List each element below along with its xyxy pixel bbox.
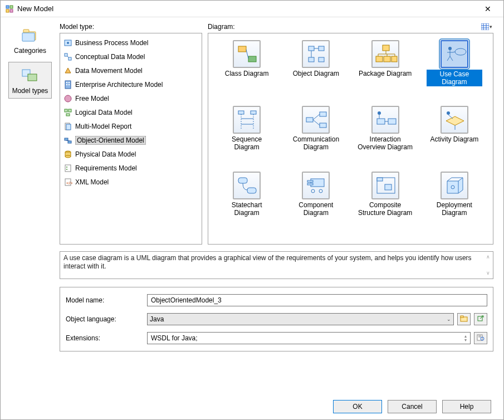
- diagram-label: Class Diagram: [225, 70, 269, 77]
- svg-rect-65: [238, 111, 244, 114]
- model-icon: [63, 108, 72, 117]
- nav-categories[interactable]: Categories: [8, 22, 52, 58]
- diagram-label: Statechart Diagram: [219, 201, 275, 217]
- svg-rect-71: [306, 118, 313, 122]
- right-panel: Model type: Business Process ModelConcep…: [60, 17, 503, 393]
- svg-rect-85: [247, 188, 256, 193]
- svg-rect-36: [481, 23, 489, 30]
- model-type-item[interactable]: </>XML Model: [62, 175, 199, 189]
- model-icon: [63, 136, 72, 145]
- diagram-item[interactable]: Activity Diagram: [422, 104, 487, 166]
- model-type-item[interactable]: Multi-Model Report: [62, 119, 199, 133]
- svg-line-62: [450, 56, 453, 61]
- view-mode-button[interactable]: ▾: [480, 22, 493, 32]
- svg-rect-15: [66, 82, 67, 83]
- close-button[interactable]: ✕: [477, 1, 499, 17]
- svg-rect-12: [68, 57, 71, 60]
- svg-rect-20: [65, 109, 67, 112]
- diagram-label: Component Diagram: [288, 201, 344, 217]
- svg-rect-86: [311, 179, 324, 187]
- svg-point-30: [65, 155, 71, 158]
- diagram-label: Package Diagram: [359, 70, 412, 77]
- dialog-body: Categories Model types Model type: Busin…: [1, 17, 503, 393]
- diagram-item[interactable]: Object Diagram: [283, 38, 349, 100]
- model-type-item[interactable]: Logical Data Model: [62, 105, 199, 119]
- diagram-icon: [302, 106, 330, 134]
- browse-language-button[interactable]: [457, 313, 471, 325]
- diagram-item[interactable]: Sequence Diagram: [214, 104, 280, 166]
- extensions-input[interactable]: WSDL for Java; ▴▾: [147, 332, 471, 344]
- row-object-language: Object language: Java ⌄: [66, 312, 487, 326]
- help-button[interactable]: Help: [442, 400, 491, 413]
- diagram-item[interactable]: Class Diagram: [214, 38, 280, 100]
- svg-point-33: [66, 169, 67, 170]
- diagram-item[interactable]: Package Diagram: [353, 38, 418, 100]
- grid-icon: [481, 23, 489, 30]
- svg-rect-51: [384, 56, 390, 62]
- model-type-item[interactable]: Object-Oriented Model: [62, 133, 199, 147]
- svg-rect-26: [68, 141, 71, 143]
- svg-rect-22: [66, 114, 70, 116]
- extensions-manage-button[interactable]: [474, 332, 487, 344]
- svg-rect-77: [377, 119, 385, 124]
- svg-rect-50: [376, 56, 383, 62]
- chevron-down-icon: ▾: [490, 24, 492, 30]
- svg-rect-52: [392, 56, 397, 62]
- diagram-label: Diagram:: [208, 23, 235, 31]
- model-type-item[interactable]: Free Model: [62, 91, 199, 105]
- top-row: Model type: Business Process ModelConcep…: [60, 22, 493, 245]
- svg-rect-87: [307, 180, 313, 182]
- diagram-icon: [441, 172, 468, 199]
- model-icon: [63, 150, 72, 159]
- model-icon: [63, 122, 72, 131]
- diagram-icon: [371, 40, 399, 68]
- svg-rect-44: [319, 46, 324, 51]
- close-icon: ✕: [485, 4, 491, 13]
- svg-rect-43: [309, 46, 314, 51]
- svg-rect-72: [320, 112, 326, 116]
- diagram-label: Composite Structure Diagram: [358, 201, 413, 217]
- svg-text:</>: </>: [66, 180, 72, 185]
- share-language-button[interactable]: [474, 313, 487, 325]
- model-type-item[interactable]: Enterprise Architecture Model: [62, 77, 199, 91]
- model-type-label: Free Model: [75, 95, 109, 102]
- diagram-item[interactable]: Component Diagram: [283, 169, 349, 232]
- scroll-indicator[interactable]: ∧∨: [486, 253, 492, 277]
- model-type-item[interactable]: Data Movement Model: [62, 64, 199, 77]
- diagram-grid[interactable]: Class DiagramObject DiagramPackage Diagr…: [208, 33, 493, 245]
- diagram-icon: [233, 40, 261, 68]
- svg-rect-17: [66, 84, 67, 85]
- diagram-column: Diagram: ▾ Class DiagramObject DiagramPa…: [208, 22, 493, 245]
- svg-point-81: [447, 111, 450, 115]
- diagram-item[interactable]: Composite Structure Diagram: [353, 169, 418, 232]
- model-type-item[interactable]: Business Process Model: [62, 36, 199, 50]
- model-type-label: Physical Data Model: [75, 150, 136, 158]
- nav-model-types[interactable]: Model types: [8, 62, 52, 99]
- diagram-icon: [441, 106, 468, 134]
- svg-rect-93: [385, 184, 392, 190]
- model-type-label: XML Model: [75, 178, 109, 186]
- model-icon: [63, 38, 72, 47]
- diagram-item[interactable]: Deployment Diagram: [422, 169, 487, 232]
- model-type-item[interactable]: Physical Data Model: [62, 147, 199, 161]
- svg-rect-18: [68, 84, 70, 85]
- model-name-input[interactable]: [147, 294, 487, 306]
- object-language-select[interactable]: Java ⌄: [147, 313, 454, 325]
- svg-rect-46: [319, 57, 324, 62]
- diagram-item[interactable]: Statechart Diagram: [214, 169, 280, 232]
- svg-rect-24: [66, 124, 71, 130]
- extensions-value: WSDL for Java;: [151, 334, 198, 342]
- diagram-item[interactable]: Interaction Overview Diagram: [353, 104, 418, 166]
- spin-arrows-icon: ▴▾: [464, 334, 467, 342]
- model-type-list[interactable]: Business Process ModelConceptual Data Mo…: [60, 33, 202, 245]
- model-type-item[interactable]: Conceptual Data Model: [62, 50, 199, 64]
- model-type-item[interactable]: Requirements Model: [62, 161, 199, 175]
- ok-button[interactable]: OK: [333, 400, 382, 413]
- diagram-item[interactable]: Use Case Diagram: [422, 38, 487, 100]
- diagram-icon: [233, 172, 261, 199]
- diagram-item[interactable]: Communication Diagram: [283, 104, 349, 166]
- svg-rect-41: [238, 46, 246, 52]
- cancel-button[interactable]: Cancel: [388, 400, 437, 413]
- svg-rect-73: [320, 123, 326, 128]
- model-type-label: Data Movement Model: [75, 67, 143, 75]
